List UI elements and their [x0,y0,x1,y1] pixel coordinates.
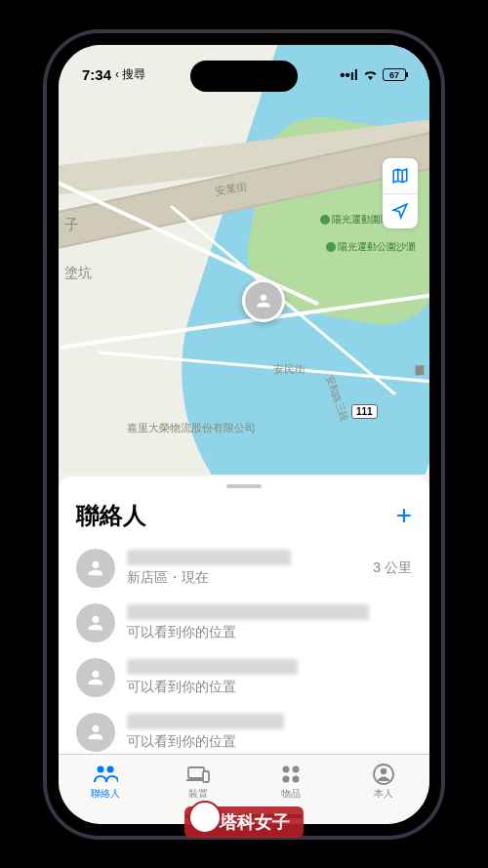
battery-icon: 67 [383,68,406,81]
contact-row[interactable]: 新店區・現在 3 公里 [59,541,429,596]
contact-name-redacted [127,659,298,675]
map-poi[interactable]: 陽光運動園區 [320,213,390,227]
contact-subtitle: 可以看到你的位置 [127,624,412,641]
avatar [76,658,115,697]
wifi-icon [363,66,378,83]
sheet-grabber[interactable] [226,484,262,488]
avatar [76,549,115,588]
contact-name-redacted [127,714,284,729]
contact-subtitle: 可以看到你的位置 [127,679,412,696]
sheet-title: 聯絡人 [76,500,146,531]
screen: 7:34 ‹ 搜尋 ••ıl 67 [59,45,429,824]
people-icon [93,764,118,785]
avatar [76,713,115,752]
map-area-label: 子 [64,216,79,234]
map-poi[interactable]: 陽光運動公園沙灘 [326,240,416,254]
map-mode-button[interactable] [383,158,418,193]
contact-distance: 3 公里 [373,559,412,577]
tab-people[interactable]: 聯絡人 [59,755,151,810]
svg-point-0 [97,766,103,773]
items-icon [278,764,304,785]
devices-icon [185,764,211,785]
svg-rect-3 [203,771,209,782]
svg-point-4 [282,766,289,773]
watermark: 塔科女子 [184,806,304,838]
tab-label: 本人 [374,787,393,801]
contact-subtitle: 可以看到你的位置 [127,733,412,751]
add-contact-button[interactable]: + [396,500,412,531]
map-controls [383,158,418,228]
avatar [76,603,115,642]
contact-row[interactable]: 可以看到你的位置 [59,650,429,705]
contact-row[interactable]: 可以看到你的位置 [59,596,429,650]
locate-button[interactable] [383,193,418,228]
contact-row[interactable]: 可以看到你的位置 [59,705,429,760]
tab-label: 裝置 [188,787,208,801]
tab-items[interactable]: 物品 [244,755,337,810]
tab-me[interactable]: 本人 [337,755,429,810]
svg-point-5 [292,766,299,773]
contact-subtitle: 新店區・現在 [127,569,361,587]
map-poi-label: 嘉里大榮物流股份有限公司 [127,421,256,435]
me-icon [371,764,396,785]
svg-point-7 [292,776,299,783]
breadcrumb-back[interactable]: ‹ 搜尋 [115,66,145,83]
contacts-sheet[interactable]: 聯絡人 + 新店區・現在 3 公里 可以看到你的位置 [59,476,429,760]
svg-point-6 [282,776,289,783]
map-street-label: 安民街 [273,362,305,377]
status-time: 7:34 [82,66,111,83]
map[interactable]: 子 塗坑 安業街 安民街 安和路三段 福爾摩沙高速 嘉里大榮物流股份有限公司 1… [59,45,429,475]
contact-name-redacted [127,550,291,565]
route-badge: 111 [351,404,378,419]
status-right: ••ıl 67 [340,66,406,83]
svg-rect-2 [188,767,204,778]
cellular-icon: ••ıl [340,66,358,83]
location-pin[interactable] [242,279,285,322]
contact-name-redacted [127,604,369,620]
phone-bezel: 7:34 ‹ 搜尋 ••ıl 67 [47,33,441,836]
map-area-label: 塗坑 [64,265,92,282]
phone-frame: 7:34 ‹ 搜尋 ••ıl 67 [43,29,445,840]
svg-point-9 [380,768,386,774]
dynamic-island [190,61,298,92]
svg-point-1 [106,766,113,773]
tab-label: 聯絡人 [91,787,120,801]
tab-label: 物品 [281,787,301,801]
